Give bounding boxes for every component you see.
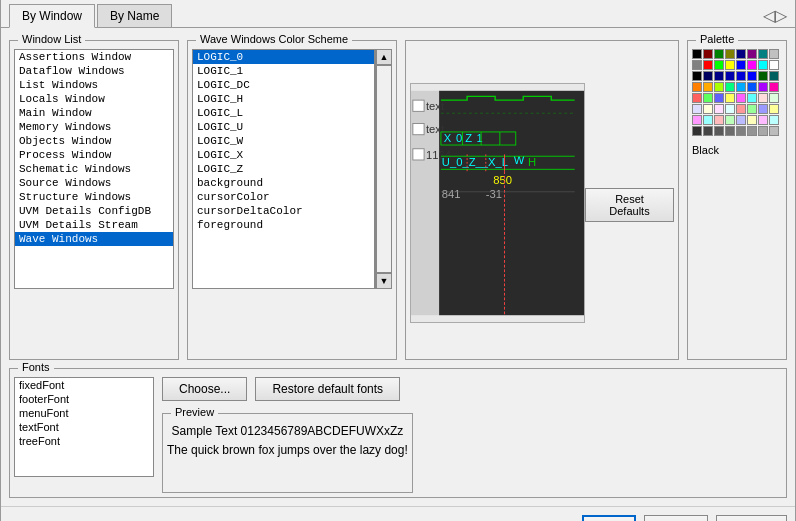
color-list-item[interactable]: LOGIC_DC [193, 78, 374, 92]
palette-color-cell[interactable] [703, 93, 713, 103]
palette-color-cell[interactable] [736, 60, 746, 70]
font-list-item[interactable]: menuFont [15, 406, 153, 420]
font-list-item[interactable]: fixedFont [15, 378, 153, 392]
color-list-item[interactable]: background [193, 176, 374, 190]
font-list-item[interactable]: footerFont [15, 392, 153, 406]
palette-color-cell[interactable] [769, 126, 779, 136]
palette-color-cell[interactable] [747, 93, 757, 103]
palette-color-cell[interactable] [747, 71, 757, 81]
palette-color-cell[interactable] [725, 71, 735, 81]
palette-color-cell[interactable] [736, 49, 746, 59]
palette-color-cell[interactable] [692, 71, 702, 81]
palette-color-cell[interactable] [758, 82, 768, 92]
palette-color-cell[interactable] [714, 104, 724, 114]
palette-color-cell[interactable] [769, 49, 779, 59]
scroll-down-button[interactable]: ▼ [376, 273, 392, 289]
palette-color-cell[interactable] [714, 126, 724, 136]
palette-color-cell[interactable] [692, 82, 702, 92]
window-list-item[interactable]: Dataflow Windows [15, 64, 173, 78]
palette-color-cell[interactable] [736, 93, 746, 103]
palette-color-cell[interactable] [714, 82, 724, 92]
choose-font-button[interactable]: Choose... [162, 377, 247, 401]
color-list-item[interactable]: cursorColor [193, 190, 374, 204]
palette-color-cell[interactable] [714, 93, 724, 103]
window-list-item[interactable]: UVM Details Stream [15, 218, 173, 232]
window-list-item[interactable]: Source Windows [15, 176, 173, 190]
ok-button[interactable]: OK [582, 515, 635, 521]
window-list-item[interactable]: Main Window [15, 106, 173, 120]
window-list-item[interactable]: Schematic Windows [15, 162, 173, 176]
palette-color-cell[interactable] [769, 115, 779, 125]
palette-color-cell[interactable] [769, 71, 779, 81]
palette-color-cell[interactable] [758, 115, 768, 125]
palette-color-cell[interactable] [747, 115, 757, 125]
palette-color-cell[interactable] [736, 104, 746, 114]
color-list-item[interactable]: LOGIC_L [193, 106, 374, 120]
palette-color-cell[interactable] [736, 115, 746, 125]
scroll-up-button[interactable]: ▲ [376, 49, 392, 65]
font-list-item[interactable]: textFont [15, 420, 153, 434]
color-list-box[interactable]: LOGIC_0LOGIC_1LOGIC_DCLOGIC_HLOGIC_LLOGI… [192, 49, 375, 289]
color-list-item[interactable]: LOGIC_W [193, 134, 374, 148]
window-list-item[interactable]: Process Window [15, 148, 173, 162]
font-list-item[interactable]: treeFont [15, 434, 153, 448]
palette-color-cell[interactable] [692, 49, 702, 59]
palette-color-cell[interactable] [692, 93, 702, 103]
palette-color-cell[interactable] [747, 82, 757, 92]
palette-color-cell[interactable] [725, 93, 735, 103]
window-list-item[interactable]: Memory Windows [15, 120, 173, 134]
tab-by-window[interactable]: By Window [9, 4, 95, 28]
palette-color-cell[interactable] [769, 93, 779, 103]
palette-color-cell[interactable] [703, 71, 713, 81]
palette-color-cell[interactable] [758, 60, 768, 70]
palette-color-cell[interactable] [714, 60, 724, 70]
color-list-item[interactable]: LOGIC_U [193, 120, 374, 134]
palette-color-cell[interactable] [769, 104, 779, 114]
palette-color-cell[interactable] [736, 71, 746, 81]
window-list-item[interactable]: UVM Details ConfigDB [15, 204, 173, 218]
palette-color-cell[interactable] [747, 49, 757, 59]
palette-color-cell[interactable] [725, 49, 735, 59]
window-list-item[interactable]: Structure Windows [15, 190, 173, 204]
color-list-item[interactable]: foreground [193, 218, 374, 232]
window-list-item[interactable]: Locals Window [15, 92, 173, 106]
palette-color-cell[interactable] [703, 126, 713, 136]
reset-defaults-button[interactable]: Reset Defaults [585, 188, 674, 222]
palette-color-cell[interactable] [692, 126, 702, 136]
palette-color-cell[interactable] [758, 104, 768, 114]
palette-color-cell[interactable] [703, 82, 713, 92]
color-list-item[interactable]: LOGIC_X [193, 148, 374, 162]
palette-color-cell[interactable] [703, 104, 713, 114]
palette-color-cell[interactable] [703, 115, 713, 125]
window-list-item[interactable]: Wave Windows [15, 232, 173, 246]
tab-by-name[interactable]: By Name [97, 4, 172, 27]
palette-color-cell[interactable] [725, 104, 735, 114]
palette-color-cell[interactable] [769, 82, 779, 92]
palette-color-cell[interactable] [692, 104, 702, 114]
palette-color-cell[interactable] [736, 126, 746, 136]
palette-color-cell[interactable] [714, 115, 724, 125]
palette-color-cell[interactable] [769, 60, 779, 70]
cancel-button[interactable]: Cancel [716, 515, 787, 521]
window-list-item[interactable]: Assertions Window [15, 50, 173, 64]
palette-color-cell[interactable] [714, 71, 724, 81]
palette-color-cell[interactable] [725, 60, 735, 70]
window-list-item[interactable]: Objects Window [15, 134, 173, 148]
color-list-item[interactable]: cursorDeltaColor [193, 204, 374, 218]
color-list-item[interactable]: LOGIC_0 [193, 50, 374, 64]
color-list-item[interactable]: LOGIC_H [193, 92, 374, 106]
fonts-list-box[interactable]: fixedFontfooterFontmenuFonttextFonttreeF… [14, 377, 154, 477]
palette-color-cell[interactable] [747, 60, 757, 70]
palette-color-cell[interactable] [736, 82, 746, 92]
palette-color-cell[interactable] [692, 115, 702, 125]
palette-color-cell[interactable] [747, 126, 757, 136]
palette-color-cell[interactable] [725, 82, 735, 92]
palette-color-cell[interactable] [725, 115, 735, 125]
palette-color-cell[interactable] [703, 49, 713, 59]
palette-color-cell[interactable] [725, 126, 735, 136]
color-list-item[interactable]: LOGIC_1 [193, 64, 374, 78]
palette-color-cell[interactable] [703, 60, 713, 70]
palette-color-cell[interactable] [692, 60, 702, 70]
palette-color-cell[interactable] [714, 49, 724, 59]
color-list-item[interactable]: LOGIC_Z [193, 162, 374, 176]
